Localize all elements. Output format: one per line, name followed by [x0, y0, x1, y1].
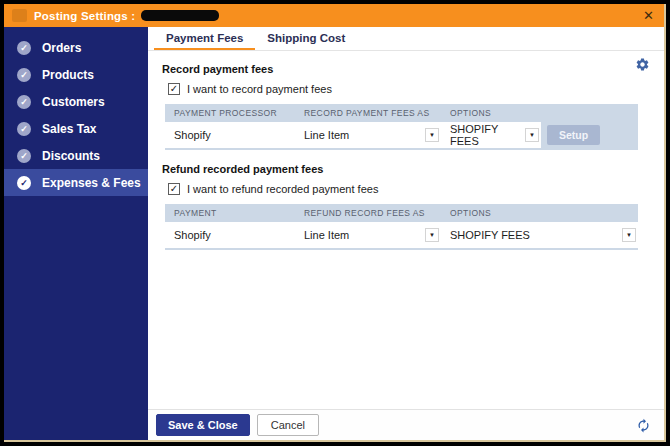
refund-fees-checkbox-row[interactable]: ✓ I want to refund recorded payment fees [168, 183, 648, 195]
check-glyph: ✓ [20, 97, 28, 107]
record-options-dropdown[interactable]: SHOPIFY FEES ▼ [441, 122, 541, 148]
redacted-store-name [141, 10, 219, 21]
payment-processor-cell: Shopify [165, 122, 295, 148]
dropdown-arrow-glyph: ▼ [529, 132, 535, 138]
tab-payment-fees[interactable]: Payment Fees [154, 27, 255, 50]
check-circle-icon: ✓ [17, 68, 31, 82]
refresh-icon[interactable] [636, 418, 651, 433]
chevron-down-icon[interactable]: ▼ [425, 228, 439, 242]
check-circle-icon: ✓ [17, 176, 31, 190]
dropdown-value: Line Item [304, 229, 349, 241]
screen: Posting Settings : ✕ ✓ Orders ✓ Products… [0, 0, 670, 446]
dropdown-value: SHOPIFY FEES [450, 123, 525, 147]
tab-bar: Payment Fees Shipping Cost [148, 27, 664, 51]
section-title-refund-payment-fees: Refund recorded payment fees [162, 163, 648, 175]
chevron-down-icon[interactable]: ▼ [622, 228, 636, 242]
record-fees-table: PAYMENT PROCESSOR RECORD PAYMENT FEES AS… [165, 104, 638, 150]
sidebar-item-discounts[interactable]: ✓ Discounts [4, 142, 148, 169]
record-fees-checkbox-label: I want to record payment fees [187, 83, 332, 95]
sidebar-item-sales-tax[interactable]: ✓ Sales Tax [4, 115, 148, 142]
save-close-button[interactable]: Save & Close [156, 414, 250, 436]
check-glyph: ✓ [20, 43, 28, 53]
refund-fees-checkbox-label: I want to refund recorded payment fees [187, 183, 378, 195]
check-glyph: ✓ [170, 84, 178, 94]
sidebar-item-label: Discounts [42, 149, 100, 163]
refund-options-dropdown[interactable]: SHOPIFY FEES ▼ [441, 222, 638, 248]
refund-as-cell: Line Item ▼ [295, 222, 441, 248]
check-circle-icon: ✓ [17, 95, 31, 109]
setup-cell: Setup [541, 122, 638, 148]
table-row: Shopify Line Item ▼ SHOPIFY FEES [165, 122, 638, 148]
window-title: Posting Settings : [34, 10, 135, 22]
section-title-record-payment-fees: Record payment fees [162, 63, 648, 75]
chevron-down-icon[interactable]: ▼ [525, 128, 539, 142]
check-glyph: ✓ [20, 178, 28, 188]
cancel-button[interactable]: Cancel [257, 414, 319, 436]
column-header: PAYMENT [165, 204, 295, 222]
sidebar-item-customers[interactable]: ✓ Customers [4, 88, 148, 115]
sidebar-item-label: Products [42, 68, 94, 82]
column-header: OPTIONS [441, 204, 638, 222]
table-header-row: PAYMENT PROCESSOR RECORD PAYMENT FEES AS… [165, 104, 638, 122]
close-icon[interactable]: ✕ [643, 9, 654, 22]
dropdown-arrow-glyph: ▼ [626, 232, 632, 238]
dropdown-arrow-glyph: ▼ [429, 132, 435, 138]
check-glyph: ✓ [20, 124, 28, 134]
table-header-row: PAYMENT REFUND RECORD FEES AS OPTIONS [165, 204, 638, 222]
sidebar-item-label: Sales Tax [42, 122, 96, 136]
setup-button[interactable]: Setup [547, 125, 600, 145]
main-area: ✓ Orders ✓ Products ✓ Customers ✓ Sales … [4, 27, 664, 440]
column-header: PAYMENT PROCESSOR [165, 104, 295, 122]
record-fees-checkbox[interactable]: ✓ [168, 83, 180, 95]
sidebar-item-expenses-fees[interactable]: ✓ Expenses & Fees [4, 169, 148, 196]
check-circle-icon: ✓ [17, 41, 31, 55]
record-fees-checkbox-row[interactable]: ✓ I want to record payment fees [168, 83, 648, 95]
sidebar-item-products[interactable]: ✓ Products [4, 61, 148, 88]
title-bar: Posting Settings : ✕ [4, 4, 664, 27]
payment-cell: Shopify [165, 222, 295, 248]
options-cell: SHOPIFY FEES ▼ [441, 222, 638, 248]
check-circle-icon: ✓ [17, 122, 31, 136]
check-glyph: ✓ [20, 151, 28, 161]
content-body: Record payment fees ✓ I want to record p… [148, 51, 664, 409]
record-as-cell: Line Item ▼ [295, 122, 441, 148]
sidebar-item-label: Orders [42, 41, 81, 55]
sidebar-item-orders[interactable]: ✓ Orders [4, 34, 148, 61]
refund-fees-as-dropdown[interactable]: Line Item ▼ [295, 222, 441, 248]
app-logo-icon [12, 9, 27, 22]
content-panel: Payment Fees Shipping Cost Record paymen… [148, 27, 664, 440]
posting-settings-window: Posting Settings : ✕ ✓ Orders ✓ Products… [4, 4, 666, 442]
check-glyph: ✓ [20, 70, 28, 80]
column-header: RECORD PAYMENT FEES AS [295, 104, 441, 122]
dropdown-arrow-glyph: ▼ [429, 232, 435, 238]
sidebar-item-label: Customers [42, 95, 105, 109]
dropdown-value: Line Item [304, 129, 349, 141]
sidebar: ✓ Orders ✓ Products ✓ Customers ✓ Sales … [4, 27, 148, 440]
chevron-down-icon[interactable]: ▼ [425, 128, 439, 142]
settings-gear-icon[interactable] [635, 57, 650, 72]
check-glyph: ✓ [170, 184, 178, 194]
check-circle-icon: ✓ [17, 149, 31, 163]
column-header [541, 104, 638, 122]
tab-shipping-cost[interactable]: Shipping Cost [255, 27, 357, 50]
footer-bar: Save & Close Cancel [148, 409, 664, 440]
sidebar-item-label: Expenses & Fees [42, 176, 141, 190]
refund-fees-checkbox[interactable]: ✓ [168, 183, 180, 195]
refund-fees-table: PAYMENT REFUND RECORD FEES AS OPTIONS Sh… [165, 204, 638, 250]
dropdown-value: SHOPIFY FEES [450, 229, 530, 241]
column-header: OPTIONS [441, 104, 541, 122]
table-row: Shopify Line Item ▼ SHOPIFY FEES [165, 222, 638, 248]
column-header: REFUND RECORD FEES AS [295, 204, 441, 222]
options-cell: SHOPIFY FEES ▼ [441, 122, 541, 148]
record-fees-as-dropdown[interactable]: Line Item ▼ [295, 122, 441, 148]
